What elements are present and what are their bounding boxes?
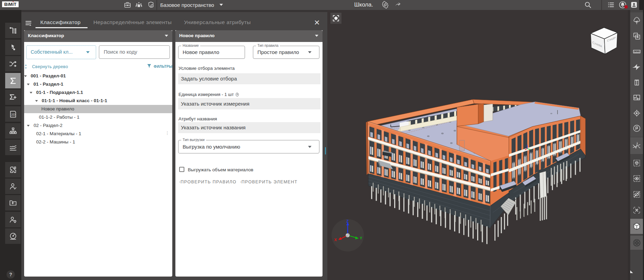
svg-text:2D: 2D bbox=[11, 113, 15, 116]
svg-text:2: 2 bbox=[637, 142, 638, 144]
svg-text:X: X bbox=[334, 238, 337, 242]
svg-text:Y: Y bbox=[360, 236, 362, 240]
svg-text:Z: Z bbox=[346, 219, 349, 223]
